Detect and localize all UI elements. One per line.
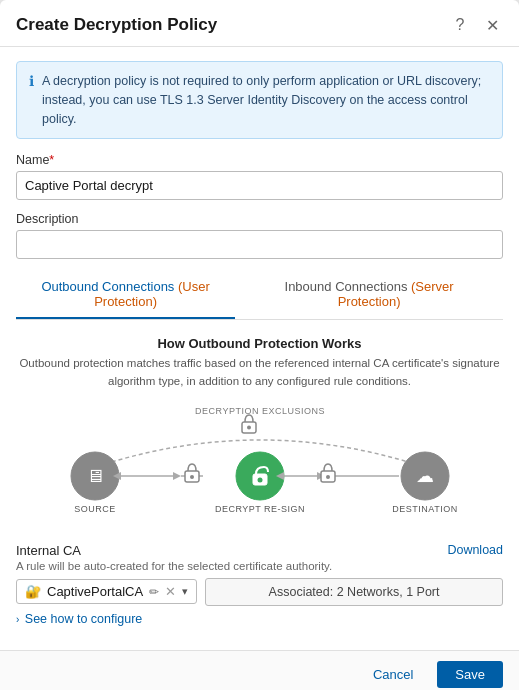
diagram-section: How Outbound Protection Works Outbound p… <box>16 336 503 529</box>
decrypt-label: DECRYPT RE-SIGN <box>214 504 304 514</box>
diagram-desc: Outbound protection matches traffic base… <box>16 355 503 390</box>
close-icon: ✕ <box>486 16 499 35</box>
certificate-icon: 🔐 <box>25 584 41 599</box>
source-label: SOURCE <box>74 504 116 514</box>
svg-text:🖥: 🖥 <box>86 466 104 486</box>
ca-associated-text: Associated: 2 Networks, 1 Port <box>205 578 503 606</box>
modal-header: Create Decryption Policy ? ✕ <box>0 0 519 47</box>
tab-outbound[interactable]: Outbound Connections (User Protection) <box>16 271 235 319</box>
clear-icon[interactable]: ✕ <box>165 584 176 599</box>
info-banner-text: A decryption policy is not required to o… <box>42 72 490 128</box>
svg-point-1 <box>247 425 251 429</box>
diagram-svg: DECRYPTION EXCLUSIONS 🖥 SOURCE <box>25 406 495 526</box>
close-button[interactable]: ✕ <box>481 14 503 36</box>
ca-section: Internal CA Download A rule will be auto… <box>16 543 503 626</box>
tabs-container: Outbound Connections (User Protection) I… <box>16 271 503 320</box>
modal-footer: Cancel Save <box>0 650 519 690</box>
cancel-button[interactable]: Cancel <box>359 661 427 688</box>
ca-selected-value: CaptivePortalCA <box>47 584 143 599</box>
chevron-right-icon: › <box>16 614 19 625</box>
header-icons: ? ✕ <box>449 14 503 36</box>
svg-point-12 <box>257 477 262 482</box>
tab-outbound-label: Outbound Connections <box>41 279 178 294</box>
chevron-down-icon[interactable]: ▾ <box>182 585 188 598</box>
right-lock-icon <box>321 464 335 482</box>
description-label: Description <box>16 212 503 226</box>
svg-marker-5 <box>173 472 181 480</box>
create-decryption-policy-modal: Create Decryption Policy ? ✕ ℹ A decrypt… <box>0 0 519 690</box>
ca-input-box[interactable]: 🔐 CaptivePortalCA ✏ ✕ ▾ <box>16 579 197 604</box>
see-how-label: See how to configure <box>25 612 142 626</box>
download-link[interactable]: Download <box>447 543 503 557</box>
destination-label: DESTINATION <box>392 504 457 514</box>
svg-point-9 <box>190 475 194 479</box>
description-field-group: Description <box>16 212 503 259</box>
name-field-group: Name* <box>16 153 503 200</box>
destination-node: ☁ <box>401 452 449 500</box>
ca-header: Internal CA Download <box>16 543 503 558</box>
name-label: Name* <box>16 153 503 167</box>
save-button[interactable]: Save <box>437 661 503 688</box>
help-icon: ? <box>456 16 465 34</box>
tab-inbound-label: Inbound Connections <box>285 279 411 294</box>
see-how-link[interactable]: › See how to configure <box>16 612 142 626</box>
help-button[interactable]: ? <box>449 14 471 36</box>
source-node: 🖥 <box>71 452 119 500</box>
ca-controls: 🔐 CaptivePortalCA ✏ ✕ ▾ Associated: 2 Ne… <box>16 578 503 606</box>
ca-subtitle: A rule will be auto-created for the sele… <box>16 560 503 572</box>
name-input[interactable] <box>16 171 503 200</box>
exclusions-label: DECRYPTION EXCLUSIONS <box>195 406 325 416</box>
modal-title: Create Decryption Policy <box>16 15 217 35</box>
modal-body: ℹ A decryption policy is not required to… <box>0 47 519 650</box>
info-icon: ℹ <box>29 73 34 128</box>
tab-inbound[interactable]: Inbound Connections (Server Protection) <box>259 271 479 319</box>
info-banner: ℹ A decryption policy is not required to… <box>16 61 503 139</box>
diagram-title: How Outbound Protection Works <box>16 336 503 351</box>
svg-text:☁: ☁ <box>416 466 434 486</box>
ca-title: Internal CA <box>16 543 81 558</box>
svg-point-18 <box>326 475 330 479</box>
edit-icon[interactable]: ✏ <box>149 585 159 599</box>
description-input[interactable] <box>16 230 503 259</box>
top-lock-icon <box>242 415 256 433</box>
required-marker: * <box>49 153 54 167</box>
left-lock-icon <box>185 464 199 482</box>
